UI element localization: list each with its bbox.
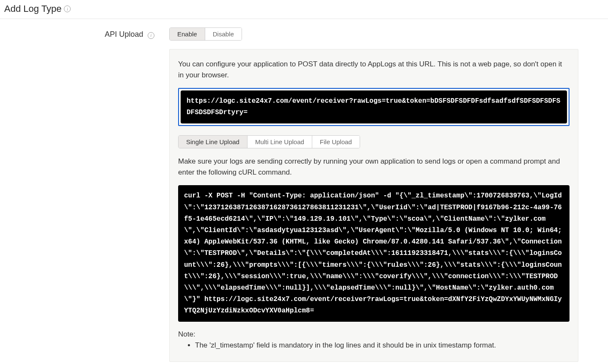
curl-description: Make sure your logs are sending correctl… <box>178 156 569 178</box>
info-icon[interactable]: i <box>64 5 71 12</box>
tab-single-line-upload[interactable]: Single Line Upload <box>179 136 248 148</box>
page-container: Add Log Type i API Upload i Enable Disab… <box>0 0 608 364</box>
api-upload-label: API Upload <box>105 30 143 38</box>
note-section: Note: The 'zl_timestamp' field is mandat… <box>178 330 569 350</box>
api-url-code[interactable]: https://logc.site24x7.com/event/receiver… <box>181 90 567 123</box>
upload-mode-tabs: Single Line Upload Multi Line Upload Fil… <box>178 135 360 148</box>
curl-command-code[interactable]: curl -X POST -H "Content-Type: applicati… <box>178 185 569 322</box>
page-title: Add Log Type <box>4 3 61 14</box>
info-icon[interactable]: i <box>148 32 154 39</box>
page-header: Add Log Type i <box>0 0 608 19</box>
label-column: API Upload i <box>0 27 169 362</box>
enable-button[interactable]: Enable <box>170 28 205 40</box>
api-url-highlight: https://logc.site24x7.com/event/receiver… <box>178 88 569 126</box>
disable-button[interactable]: Disable <box>205 28 242 40</box>
note-item: The 'zl_timestamp' field is mandatory in… <box>195 341 569 350</box>
content-row: API Upload i Enable Disable You can conf… <box>0 19 608 362</box>
note-label: Note: <box>178 330 195 338</box>
post-description: You can configure your application to PO… <box>178 59 569 80</box>
config-panel: You can configure your application to PO… <box>169 49 578 362</box>
note-list: The 'zl_timestamp' field is mandatory in… <box>178 341 569 350</box>
tab-multi-line-upload[interactable]: Multi Line Upload <box>248 136 312 148</box>
tab-file-upload[interactable]: File Upload <box>312 136 360 148</box>
api-upload-toggle: Enable Disable <box>169 27 242 41</box>
main-column: Enable Disable You can configure your ap… <box>169 27 608 362</box>
